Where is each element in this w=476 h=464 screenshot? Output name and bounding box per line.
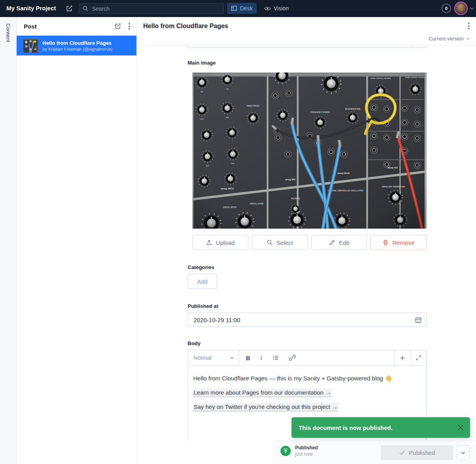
add-category-button[interactable]: Add — [188, 274, 217, 289]
upload-button[interactable]: Upload — [192, 235, 248, 250]
list-menu-kebab-icon[interactable] — [129, 23, 130, 30]
tab-desk-label: Desk — [240, 5, 253, 11]
main-image-label: Main image — [188, 60, 216, 66]
body-link[interactable]: Learn more about Pages from our document… — [193, 389, 332, 397]
publish-status-text: Published just now — [295, 445, 318, 457]
eye-icon — [264, 5, 271, 12]
paragraph-text: Hello from Cloudflare Pages — this is my… — [193, 375, 392, 382]
tab-desk[interactable]: Desk — [227, 3, 257, 14]
main-image-preview[interactable]: HIGH PASS FREQUENCY RANGE REGENERATION F… — [192, 73, 426, 229]
style-select[interactable]: Normal — [188, 350, 239, 365]
document-header: Hello from Cloudflare Pages Current vers… — [137, 17, 476, 46]
document-footer: Published just now Published — [274, 441, 476, 464]
chevron-down-icon — [230, 357, 234, 359]
body-link[interactable]: Say hey on Twitter if you're checking ou… — [193, 403, 338, 411]
add-category-label: Add — [197, 278, 208, 285]
toast-message: This document is now published. — [299, 424, 457, 431]
new-document-icon[interactable] — [114, 23, 121, 30]
publish-status: Published just now — [280, 445, 318, 457]
check-icon — [399, 450, 405, 456]
content-rail-tab[interactable]: Content — [5, 23, 11, 42]
search-icon — [83, 6, 88, 11]
plus-icon — [399, 355, 405, 361]
post-item-text: Hello from Cloudflare Pages by Kristian … — [42, 40, 112, 52]
post-list-pane: Post Hello from Cloudflare Pages by Kris… — [17, 17, 137, 464]
content-rail: Content — [0, 17, 17, 464]
trash-icon — [382, 239, 389, 246]
post-item-subtitle: by Kristian Freeman (@signalnerve) — [42, 47, 112, 52]
select-button-label: Select — [276, 239, 293, 246]
search-input[interactable] — [91, 5, 212, 12]
document-pane: Hello from Cloudflare Pages Current vers… — [137, 17, 476, 464]
image-actions: Upload Select Edit Remove — [192, 235, 426, 250]
avatar[interactable] — [454, 2, 468, 15]
document-menu-kebab-icon[interactable] — [468, 23, 470, 29]
chevron-down-icon — [466, 38, 470, 40]
field-divider — [412, 46, 413, 48]
publish-button[interactable]: Published — [381, 445, 453, 460]
post-item-title: Hello from Cloudflare Pages — [42, 40, 112, 46]
chevron-down-icon[interactable] — [470, 7, 474, 10]
body-paragraph: Say hey on Twitter if you're checking ou… — [193, 403, 421, 411]
calendar-icon[interactable] — [415, 317, 422, 323]
italic-button[interactable]: i — [261, 355, 262, 361]
link-button[interactable] — [289, 355, 296, 361]
version-label: Current version — [428, 36, 464, 42]
tab-vision-label: Vision — [274, 5, 289, 11]
published-at-label: Published at — [188, 303, 218, 309]
bold-button[interactable]: B — [246, 355, 250, 361]
published-at-input[interactable] — [193, 316, 415, 324]
format-buttons: B i — [239, 350, 394, 365]
body-label: Body — [188, 340, 201, 346]
remove-button[interactable]: Remove — [370, 235, 426, 250]
body-paragraph: Hello from Cloudflare Pages — this is my… — [193, 374, 421, 382]
edit-button[interactable]: Edit — [311, 235, 367, 250]
list-item-post[interactable]: Hello from Cloudflare Pages by Kristian … — [17, 36, 136, 55]
expand-icon — [416, 355, 421, 361]
post-list-header: Post — [17, 17, 136, 36]
upload-button-label: Upload — [216, 239, 235, 246]
desk-icon — [231, 5, 237, 11]
editor-content[interactable]: Hello from Cloudflare Pages — this is my… — [188, 366, 426, 411]
document-title: Hello from Cloudflare Pages — [143, 23, 228, 30]
chevron-down-icon — [461, 451, 465, 454]
upload-icon — [206, 239, 212, 246]
pencil-icon — [329, 239, 335, 246]
notifications-badge[interactable]: 0 — [441, 4, 451, 13]
edit-button-label: Edit — [339, 239, 349, 246]
post-thumbnail — [23, 38, 38, 53]
list-pane-title: Post — [24, 23, 114, 30]
topbar: My Sanity Project Desk Vision 0 — [0, 0, 476, 17]
status-title: Published — [295, 445, 318, 451]
toast-notification: This document is now published. — [292, 417, 470, 438]
publish-button-label: Published — [409, 449, 435, 456]
published-status-icon — [280, 446, 291, 456]
notifications-count: 0 — [445, 6, 447, 11]
compose-icon[interactable] — [65, 5, 73, 12]
insert-block-button[interactable] — [394, 350, 410, 365]
document-form: Main image — [137, 46, 476, 441]
publish-menu-button[interactable] — [457, 445, 470, 460]
search-box — [79, 3, 224, 14]
tab-vision[interactable]: Vision — [260, 3, 293, 14]
title-field-partial[interactable] — [188, 46, 426, 48]
editor-toolbar: Normal B i — [188, 350, 426, 366]
status-time: just now — [295, 451, 318, 457]
search-icon — [267, 239, 273, 246]
project-title: My Sanity Project — [6, 5, 56, 11]
close-icon[interactable] — [457, 424, 464, 431]
bullet-list-button[interactable] — [273, 355, 279, 361]
style-select-value: Normal — [194, 355, 211, 361]
remove-button-label: Remove — [392, 239, 415, 246]
categories-label: Categories — [188, 264, 214, 270]
fullscreen-button[interactable] — [410, 350, 426, 365]
body-paragraph: Learn more about Pages from our document… — [193, 388, 421, 397]
select-button[interactable]: Select — [252, 235, 308, 250]
published-at-field — [188, 313, 426, 327]
version-selector[interactable]: Current version — [428, 36, 470, 42]
